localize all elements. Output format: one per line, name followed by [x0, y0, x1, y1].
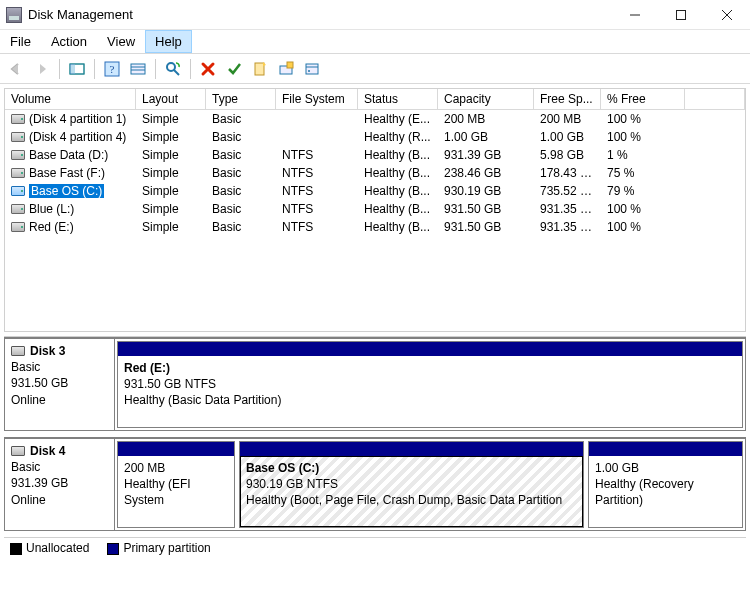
close-button[interactable]	[704, 0, 750, 30]
col-pctfree[interactable]: % Free	[601, 89, 685, 109]
col-status[interactable]: Status	[358, 89, 438, 109]
partition-color-bar	[589, 442, 742, 456]
disk-row[interactable]: Disk 4Basic931.39 GBOnline200 MBHealthy …	[4, 437, 746, 531]
partition-status: Healthy (Basic Data Partition)	[124, 392, 736, 408]
volume-capacity: 238.46 GB	[438, 166, 534, 180]
new-volume-icon	[278, 61, 294, 77]
volume-capacity: 931.50 GB	[438, 202, 534, 216]
new-icon	[252, 61, 268, 77]
refresh-button[interactable]	[161, 57, 185, 81]
partition[interactable]: 1.00 GBHealthy (Recovery Partition)	[588, 441, 743, 528]
volume-layout: Simple	[136, 166, 206, 180]
window-controls	[612, 0, 750, 30]
volume-row[interactable]: (Disk 4 partition 4)SimpleBasicHealthy (…	[5, 128, 745, 146]
volume-pct: 79 %	[601, 184, 685, 198]
volume-pct: 100 %	[601, 202, 685, 216]
back-button[interactable]	[4, 57, 28, 81]
volume-free: 1.00 GB	[534, 130, 601, 144]
legend: Unallocated Primary partition	[4, 537, 746, 558]
volume-filesystem: NTFS	[276, 166, 358, 180]
volume-list[interactable]: Volume Layout Type File System Status Ca…	[4, 88, 746, 332]
toolbar: ?	[0, 54, 750, 84]
titlebar: Disk Management	[0, 0, 750, 30]
disk-size: 931.39 GB	[11, 475, 108, 491]
window-title: Disk Management	[28, 7, 133, 22]
partition-body: 1.00 GBHealthy (Recovery Partition)	[589, 456, 742, 527]
disk-info: Disk 3Basic931.50 GBOnline	[5, 339, 115, 430]
menu-help[interactable]: Help	[145, 30, 192, 53]
volume-capacity: 930.19 GB	[438, 184, 534, 198]
properties-icon	[304, 61, 320, 77]
volume-row[interactable]: Base Fast (F:)SimpleBasicNTFSHealthy (B.…	[5, 164, 745, 182]
partition[interactable]: 200 MBHealthy (EFI System	[117, 441, 235, 528]
partition-color-bar	[240, 442, 583, 456]
delete-button[interactable]	[196, 57, 220, 81]
settings-button[interactable]	[126, 57, 150, 81]
volume-layout: Simple	[136, 148, 206, 162]
col-extra[interactable]	[685, 89, 745, 109]
drive-icon	[11, 204, 25, 214]
volume-capacity: 200 MB	[438, 112, 534, 126]
drive-icon	[11, 222, 25, 232]
col-layout[interactable]: Layout	[136, 89, 206, 109]
partition-body: Red (E:)931.50 GB NTFSHealthy (Basic Dat…	[118, 356, 742, 427]
menu-view[interactable]: View	[97, 30, 145, 53]
volume-type: Basic	[206, 184, 276, 198]
volume-type: Basic	[206, 220, 276, 234]
disk-type: Basic	[11, 359, 108, 375]
new-button[interactable]	[248, 57, 272, 81]
back-icon	[8, 61, 24, 77]
minimize-button[interactable]	[612, 0, 658, 30]
partition[interactable]: Red (E:)931.50 GB NTFSHealthy (Basic Dat…	[117, 341, 743, 428]
col-capacity[interactable]: Capacity	[438, 89, 534, 109]
minimize-icon	[630, 10, 640, 20]
menu-file[interactable]: File	[0, 30, 41, 53]
properties-button[interactable]	[300, 57, 324, 81]
partition[interactable]: Base OS (C:)930.19 GB NTFSHealthy (Boot,…	[239, 441, 584, 528]
col-free[interactable]: Free Sp...	[534, 89, 601, 109]
volume-free: 178.43 GB	[534, 166, 601, 180]
disk-size: 931.50 GB	[11, 375, 108, 391]
maximize-button[interactable]	[658, 0, 704, 30]
volume-status: Healthy (E...	[358, 112, 438, 126]
partition-status: Healthy (Boot, Page File, Crash Dump, Ba…	[246, 492, 577, 508]
approve-button[interactable]	[222, 57, 246, 81]
partition-size: 1.00 GB	[595, 460, 736, 476]
volume-row[interactable]: Red (E:)SimpleBasicNTFSHealthy (B...931.…	[5, 218, 745, 236]
menu-action[interactable]: Action	[41, 30, 97, 53]
drive-icon	[11, 132, 25, 142]
volume-row[interactable]: Base Data (D:)SimpleBasicNTFSHealthy (B.…	[5, 146, 745, 164]
volume-capacity: 1.00 GB	[438, 130, 534, 144]
drive-icon	[11, 186, 25, 196]
partition-size: 931.50 GB NTFS	[124, 376, 736, 392]
col-filesystem[interactable]: File System	[276, 89, 358, 109]
refresh-icon	[165, 61, 181, 77]
disk-partitions: Red (E:)931.50 GB NTFSHealthy (Basic Dat…	[115, 339, 745, 430]
volume-row[interactable]: Blue (L:)SimpleBasicNTFSHealthy (B...931…	[5, 200, 745, 218]
disk-row[interactable]: Disk 3Basic931.50 GBOnlineRed (E:)931.50…	[4, 337, 746, 431]
volume-layout: Simple	[136, 112, 206, 126]
swatch-unallocated	[10, 543, 22, 555]
volume-status: Healthy (B...	[358, 184, 438, 198]
volume-type: Basic	[206, 148, 276, 162]
col-volume[interactable]: Volume	[5, 89, 136, 109]
help-button[interactable]: ?	[100, 57, 124, 81]
menubar: File Action View Help	[0, 30, 750, 54]
col-type[interactable]: Type	[206, 89, 276, 109]
volume-row[interactable]: Base OS (C:)SimpleBasicNTFSHealthy (B...…	[5, 182, 745, 200]
swatch-primary	[107, 543, 119, 555]
drive-icon	[11, 150, 25, 160]
disk-name: Disk 3	[30, 343, 65, 359]
volume-type: Basic	[206, 166, 276, 180]
disk-state: Online	[11, 492, 108, 508]
forward-button[interactable]	[30, 57, 54, 81]
disk-partitions: 200 MBHealthy (EFI SystemBase OS (C:)930…	[115, 439, 745, 530]
volume-row[interactable]: (Disk 4 partition 1)SimpleBasicHealthy (…	[5, 110, 745, 128]
partition-color-bar	[118, 442, 234, 456]
volume-name: Base Fast (F:)	[29, 166, 105, 180]
new-volume-button[interactable]	[274, 57, 298, 81]
show-hide-tree-button[interactable]	[65, 57, 89, 81]
volume-free: 931.35 GB	[534, 220, 601, 234]
disk-graphical-view[interactable]: Disk 3Basic931.50 GBOnlineRed (E:)931.50…	[4, 336, 746, 531]
volume-name: Red (E:)	[29, 220, 74, 234]
